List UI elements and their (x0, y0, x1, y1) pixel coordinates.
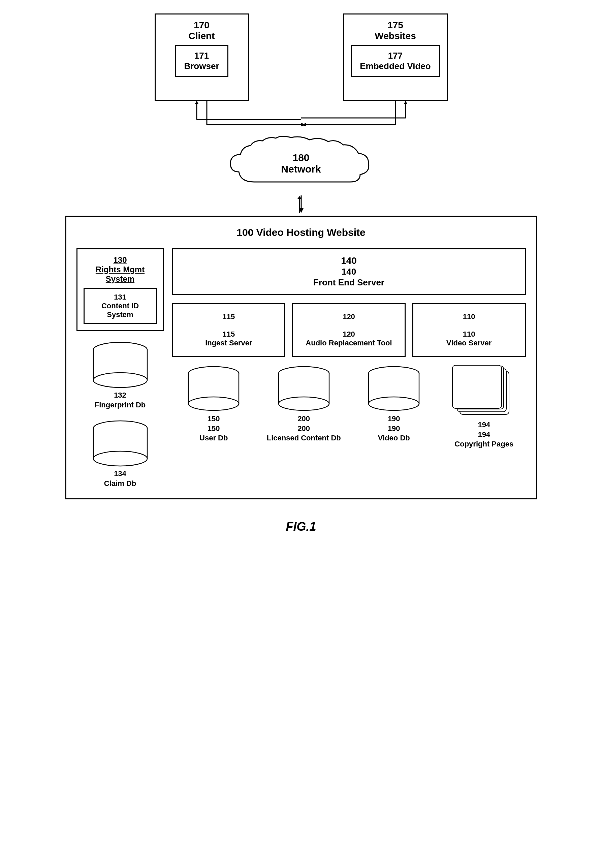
fingerprint-db-label: 132 Fingerprint Db (95, 390, 146, 410)
video-db-cylinder (362, 365, 426, 412)
left-col: 130 Rights Mgmt System 131 Content ID Sy… (77, 248, 164, 488)
svg-point-30 (188, 397, 239, 410)
video-db-label: 190 190Video Db (378, 414, 410, 443)
page-front (452, 365, 502, 409)
right-col: 140 140Front End Server 115 115Ingest Se… (172, 248, 526, 488)
cloud-container: 180 Network (220, 135, 382, 195)
user-db-label: 150 150User Db (200, 414, 228, 443)
embedded-video-box: 177 Embedded Video (351, 45, 440, 77)
fingerprint-db-cylinder (87, 341, 154, 389)
rights-mgmt-label: 130 Rights Mgmt System (83, 255, 157, 284)
svg-point-25 (93, 451, 147, 466)
client-box: 170 Client 171 Browser (155, 14, 249, 101)
server-row: 115 115Ingest Server 120 120Audio Replac… (172, 303, 526, 357)
user-db-wrapper: 150 150User Db (172, 365, 256, 443)
client-label: 170 Client (189, 20, 215, 41)
top-arrows-svg (65, 101, 537, 135)
db-row: 150 150User Db (172, 365, 526, 449)
licensed-content-db-cylinder (272, 365, 336, 412)
rights-mgmt-box: 130 Rights Mgmt System 131 Content ID Sy… (77, 248, 164, 331)
hosting-inner: 130 Rights Mgmt System 131 Content ID Sy… (77, 248, 526, 488)
diagram-container: 170 Client 171 Browser 175 Websites 177 … (32, 14, 571, 534)
svg-marker-5 (195, 101, 198, 104)
user-db-cylinder (181, 365, 246, 412)
svg-point-40 (369, 397, 419, 410)
network-section: 180 Network (32, 135, 571, 216)
claim-db-cylinder (87, 420, 154, 467)
browser-box: 171 Browser (175, 45, 228, 77)
svg-point-20 (93, 373, 147, 387)
licensed-content-db-wrapper: 200 200Licensed Content Db (262, 365, 346, 443)
claim-db-wrapper: 134 Claim Db (77, 420, 164, 488)
network-label: 180 Network (281, 152, 321, 175)
claim-db-label: 134 Claim Db (104, 469, 136, 488)
video-server-box: 110 110Video Server (412, 303, 526, 357)
svg-marker-11 (404, 101, 407, 104)
websites-box: 175 Websites 177 Embedded Video (343, 14, 448, 101)
fingerprint-db-wrapper: 132 Fingerprint Db (77, 341, 164, 410)
fig-label: FIG.1 (286, 519, 316, 534)
top-row: 170 Client 171 Browser 175 Websites 177 … (32, 14, 571, 101)
down-arrow-svg (293, 195, 310, 216)
hosting-box: 100 Video Hosting Website 130 Rights Mgm… (65, 216, 537, 499)
hosting-label: 100 Video Hosting Website (77, 227, 526, 238)
licensed-content-db-label: 200 200Licensed Content Db (267, 414, 341, 443)
ingest-server-box: 115 115Ingest Server (172, 303, 286, 357)
audio-replacement-tool-box: 120 120Audio Replacement Tool (292, 303, 405, 357)
top-arrows-area (65, 101, 537, 135)
front-end-server-box: 140 140Front End Server (172, 248, 526, 295)
copyright-pages-stack (452, 365, 516, 419)
websites-label: 175 Websites (375, 20, 416, 41)
content-id-box: 131 Content ID System (83, 288, 157, 324)
video-db-wrapper: 190 190Video Db (352, 365, 436, 443)
copyright-pages-label: 194 194Copyright Pages (455, 420, 513, 449)
svg-point-35 (279, 397, 329, 410)
copyright-pages-wrapper: 194 194Copyright Pages (442, 365, 526, 449)
network-down-arrow (293, 195, 310, 216)
